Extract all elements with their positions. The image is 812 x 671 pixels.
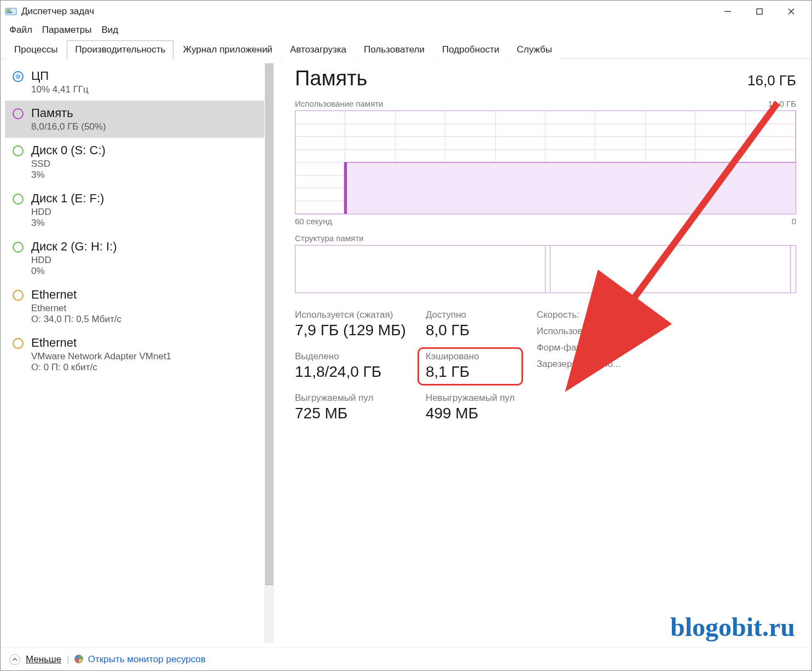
- tab-users[interactable]: Пользователи: [356, 40, 433, 59]
- sidebar-item-ethernet1[interactable]: Ethernet VMware Network Adapter VMnet1 О…: [5, 330, 274, 378]
- composition-segment-standby: [550, 246, 791, 293]
- stat-value: 8,0 ГБ: [426, 322, 515, 339]
- stat-label: Используется (сжатая): [295, 310, 406, 320]
- fewer-details-link[interactable]: Меньше: [26, 654, 61, 665]
- sidebar-item-disk2[interactable]: Диск 2 (G: H: I:) HDD 0%: [5, 234, 274, 282]
- stat-label: Выгружаемый пул: [295, 393, 406, 404]
- body: ЦП 10% 4,41 ГГц Память 8,0/16,0 ГБ (50%)…: [1, 59, 811, 647]
- sidebar-item-title: Память: [31, 106, 106, 120]
- svg-rect-1: [7, 9, 10, 11]
- cpu-icon: [13, 71, 24, 82]
- memory-icon: [13, 108, 24, 119]
- detail-header: Память 16,0 ГБ: [295, 67, 796, 90]
- chevron-up-icon[interactable]: [9, 654, 20, 665]
- sidebar-item-sub2: 3%: [31, 218, 104, 229]
- composition-segment-modified: [546, 246, 550, 293]
- composition-label-row: Структура памяти: [295, 234, 796, 243]
- stat-available: Доступно 8,0 ГБ: [426, 310, 515, 339]
- resource-monitor-link[interactable]: Открыть монитор ресурсов: [74, 654, 206, 665]
- performance-sidebar: ЦП 10% 4,41 ГГц Память 8,0/16,0 ГБ (50%)…: [1, 59, 274, 647]
- usage-max: 16,0 ГБ: [768, 99, 796, 108]
- detail-title: Память: [295, 67, 367, 90]
- sidebar-item-sub2: О: 34,0 П: 0,5 Мбит/с: [31, 314, 121, 325]
- task-manager-window: Диспетчер задач Файл Параметры Вид Проце…: [0, 0, 812, 671]
- close-button[interactable]: [775, 1, 807, 22]
- disk-icon: [13, 145, 24, 156]
- stat-cached: Кэшировано 8,1 ГБ: [417, 347, 523, 386]
- sidebar-item-memory[interactable]: Память 8,0/16,0 ГБ (50%): [5, 101, 274, 138]
- meta-slots-label: Использовано гн...: [537, 326, 621, 337]
- stat-value: 7,9 ГБ (129 МБ): [295, 322, 406, 339]
- sidebar-item-title: Диск 0 (S: C:): [31, 143, 106, 157]
- memory-meta: Скорость: Использовано гн... Форм-фактор…: [537, 310, 621, 422]
- network-icon: [13, 338, 24, 349]
- sidebar-item-sub2: О: 0 П: 0 кбит/с: [31, 362, 171, 373]
- stat-label: Доступно: [426, 310, 515, 320]
- tab-startup[interactable]: Автозагрузка: [282, 40, 355, 59]
- sidebar-item-sub: Ethernet: [31, 303, 121, 314]
- sidebar-item-title: Диск 1 (E: F:): [31, 191, 104, 206]
- minimize-button[interactable]: [712, 1, 744, 22]
- svg-rect-2: [7, 11, 12, 13]
- sidebar-item-title: Ethernet: [31, 336, 171, 350]
- memory-stats: Используется (сжатая) 7,9 ГБ (129 МБ) Вы…: [295, 310, 796, 422]
- menubar: Файл Параметры Вид: [1, 22, 811, 40]
- resource-monitor-label: Открыть монитор ресурсов: [88, 654, 206, 664]
- composition-label: Структура памяти: [295, 234, 363, 243]
- detail-capacity: 16,0 ГБ: [747, 72, 796, 89]
- sidebar-scrollbar[interactable]: [264, 63, 274, 643]
- sidebar-item-sub2: 0%: [31, 266, 117, 277]
- meta-speed-label: Скорость:: [537, 310, 621, 320]
- menu-view[interactable]: Вид: [98, 24, 121, 37]
- sidebar-item-title: Диск 2 (G: H: I:): [31, 240, 117, 254]
- stat-committed: Выделено 11,8/24,0 ГБ: [295, 351, 406, 381]
- sidebar-item-cpu[interactable]: ЦП 10% 4,41 ГГц: [5, 63, 274, 101]
- watermark: blogobit.ru: [670, 612, 795, 642]
- usage-chart-labels: Использование памяти 16,0 ГБ: [295, 99, 796, 108]
- stat-value: 8,1 ГБ: [426, 363, 515, 381]
- sidebar-item-sub: HDD: [31, 207, 104, 218]
- composition-segment-free: [791, 246, 796, 293]
- disk-icon: [13, 194, 24, 205]
- stat-label: Невыгружаемый пул: [426, 393, 515, 404]
- sidebar-item-title: ЦП: [31, 69, 89, 83]
- stat-label: Выделено: [295, 351, 406, 362]
- memory-usage-chart[interactable]: [295, 110, 796, 214]
- memory-composition-bar[interactable]: [295, 245, 796, 293]
- svg-rect-4: [757, 9, 762, 14]
- sidebar-item-disk0[interactable]: Диск 0 (S: C:) SSD 3%: [5, 138, 274, 186]
- stat-in-use: Используется (сжатая) 7,9 ГБ (129 МБ): [295, 310, 406, 339]
- resource-monitor-icon: [74, 655, 83, 663]
- time-axis-right: 0: [792, 217, 796, 226]
- performance-detail: Память 16,0 ГБ Использование памяти 16,0…: [274, 59, 811, 647]
- tab-performance[interactable]: Производительность: [67, 40, 173, 59]
- scrollbar-thumb[interactable]: [265, 63, 273, 585]
- stat-label: Кэшировано: [426, 351, 515, 362]
- disk-icon: [13, 242, 24, 253]
- sidebar-item-sub: HDD: [31, 255, 117, 266]
- window-controls: [712, 1, 807, 22]
- network-icon: [13, 290, 24, 301]
- sidebar-item-sub: 10% 4,41 ГГц: [31, 84, 89, 95]
- sidebar-item-sub: SSD: [31, 159, 106, 170]
- sidebar-item-disk1[interactable]: Диск 1 (E: F:) HDD 3%: [5, 186, 274, 234]
- sidebar-item-sub: VMware Network Adapter VMnet1: [31, 351, 171, 362]
- window-title: Диспетчер задач: [21, 6, 712, 17]
- stat-nonpaged: Невыгружаемый пул 499 МБ: [426, 393, 515, 422]
- tab-app-history[interactable]: Журнал приложений: [175, 40, 281, 59]
- menu-options[interactable]: Параметры: [39, 24, 95, 37]
- usage-chart-time-axis: 60 секунд 0: [295, 217, 796, 226]
- usage-label: Использование памяти: [295, 99, 384, 108]
- sidebar-item-ethernet0[interactable]: Ethernet Ethernet О: 34,0 П: 0,5 Мбит/с: [5, 282, 274, 330]
- tab-services[interactable]: Службы: [508, 40, 560, 59]
- meta-form-label: Форм-фактор:: [537, 342, 621, 353]
- menu-file[interactable]: Файл: [6, 24, 36, 37]
- stat-value: 11,8/24,0 ГБ: [295, 363, 406, 381]
- time-axis-left: 60 секунд: [295, 217, 332, 226]
- sidebar-item-sub2: 3%: [31, 170, 106, 180]
- tab-processes[interactable]: Процессы: [6, 40, 66, 59]
- titlebar: Диспетчер задач: [1, 1, 811, 22]
- tab-details[interactable]: Подробности: [434, 40, 508, 59]
- meta-reserved-label: Зарезервировано...: [537, 359, 621, 370]
- maximize-button[interactable]: [744, 1, 775, 22]
